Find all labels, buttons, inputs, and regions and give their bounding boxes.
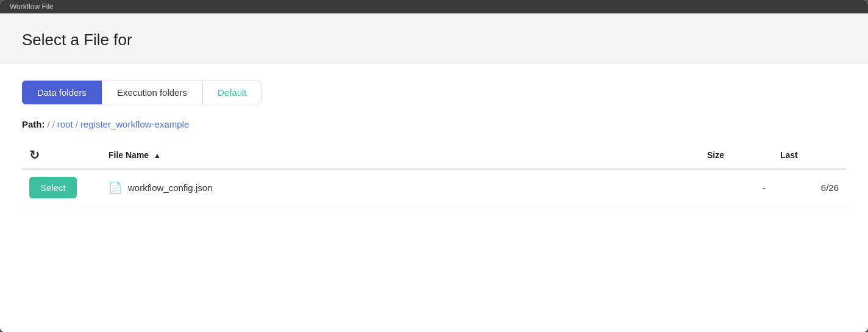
top-bar: Workflow File	[0, 0, 868, 13]
table-header-row: ↻ File Name ▲ Size Last	[22, 142, 846, 169]
file-table: ↻ File Name ▲ Size Last Select	[22, 142, 846, 206]
th-refresh: ↻	[22, 142, 101, 169]
th-filename-label: File Name	[108, 150, 149, 160]
path-bar: Path: / / root / register_workflow-examp…	[22, 119, 846, 129]
th-filename[interactable]: File Name ▲	[101, 142, 700, 169]
refresh-icon[interactable]: ↻	[29, 148, 40, 162]
path-link-register[interactable]: register_workflow-example	[80, 119, 189, 129]
modal-header: Select a File for	[0, 13, 868, 63]
th-last: Last	[773, 142, 846, 169]
file-name-text: workflow_config.json	[128, 182, 212, 193]
tab-execution-folders[interactable]: Execution folders	[102, 81, 202, 104]
path-link-root[interactable]: root	[57, 119, 73, 129]
modal-title: Select a File for	[22, 31, 846, 49]
table-row: Select 📄 workflow_config.json - 6/26	[22, 169, 846, 206]
file-name-cell: 📄 workflow_config.json	[108, 181, 692, 195]
sort-arrow-icon: ▲	[154, 151, 161, 160]
td-size: -	[700, 169, 773, 206]
modal-body: Data folders Execution folders Default P…	[0, 63, 868, 332]
file-icon: 📄	[108, 181, 122, 195]
path-sep-2: /	[52, 119, 55, 129]
tab-default[interactable]: Default	[202, 81, 262, 104]
th-size: Size	[700, 142, 773, 169]
path-sep-1: /	[48, 119, 50, 129]
tab-data-folders[interactable]: Data folders	[22, 81, 102, 104]
td-filename: 📄 workflow_config.json	[101, 169, 700, 206]
td-select: Select	[22, 169, 101, 206]
modal-container: Workflow File Select a File for Data fol…	[0, 0, 868, 332]
select-button[interactable]: Select	[29, 177, 77, 198]
tab-bar: Data folders Execution folders Default	[22, 81, 846, 104]
path-label: Path:	[22, 119, 45, 129]
path-sep-3: /	[76, 119, 78, 129]
td-last-modified: 6/26	[773, 169, 846, 206]
top-bar-title: Workflow File	[10, 2, 54, 11]
